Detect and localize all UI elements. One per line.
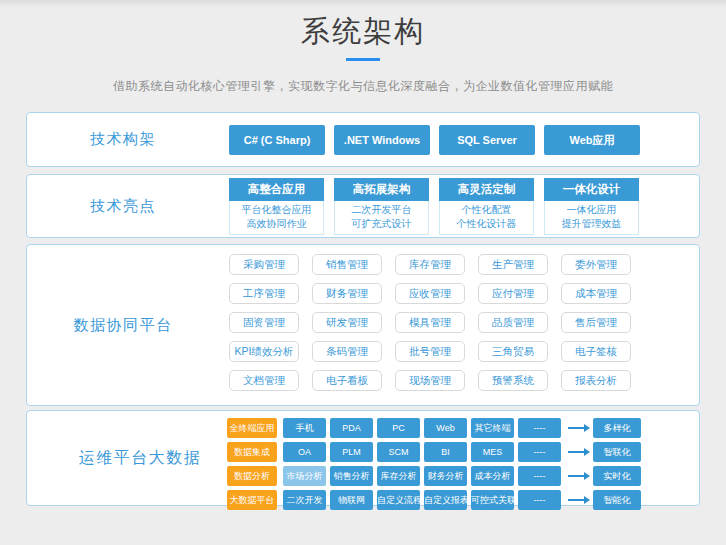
ops-item-chip: 成本分析 [471, 466, 514, 486]
ops-row: 大数据平台二次开发物联网自定义流程自定义报表可控式关联----智能化 [227, 490, 699, 510]
ops-category-label: 大数据平台 [227, 490, 277, 510]
module-chip: 预警系统 [478, 370, 548, 391]
ops-item-chip: OA [283, 442, 326, 462]
module-chip: 销售管理 [312, 254, 382, 275]
ops-item-chip: 物联网 [330, 490, 373, 510]
module-chip: 现场管理 [395, 370, 465, 391]
module-row: 采购管理销售管理库存管理生产管理委外管理 [229, 254, 699, 275]
ops-item-chip: 市场分析 [283, 466, 326, 486]
highlight-card: 高拓展架构二次开发平台可扩充式设计 [334, 178, 429, 235]
module-chip: 固资管理 [229, 312, 299, 333]
highlight-card: 高灵活定制个性化配置个性化设计器 [439, 178, 534, 235]
module-row: 固资管理研发管理模具管理品质管理售后管理 [229, 312, 699, 333]
ops-item-chip: SCM [377, 442, 420, 462]
tech-framework-label: 技术构架 [27, 113, 219, 166]
tech-highlights-cards: 高整合应用平台化整合应用高效协同作业高拓展架构二次开发平台可扩充式设计高灵活定制… [219, 175, 699, 237]
page-title: 系统架构 [0, 13, 726, 49]
module-chip: 电子看板 [312, 370, 382, 391]
highlight-card-line: 高效协同作业 [230, 217, 323, 231]
highlight-card-title: 高整合应用 [229, 178, 324, 201]
system-architecture-page: 系统架构 借助系统自动化核心管理引擎，实现数字化与信息化深度融合，为企业数值化管… [0, 0, 726, 545]
module-chip: 研发管理 [312, 312, 382, 333]
ops-row: 数据分析市场分析销售分析库存分析财务分析成本分析----实时化 [227, 466, 699, 486]
ops-item-chip: ---- [518, 466, 561, 486]
ops-row: 数据集成OAPLMSCMBIMES----智联化 [227, 442, 699, 462]
highlight-card-title: 一体化设计 [544, 178, 639, 201]
ops-item-chip: ---- [518, 418, 561, 438]
module-chip: 报表分析 [561, 370, 631, 391]
module-row: 文档管理电子看板现场管理预警系统报表分析 [229, 370, 699, 391]
page-header: 系统架构 借助系统自动化核心管理引擎，实现数字化与信息化深度融合，为企业数值化管… [0, 0, 726, 95]
sections-container: 技术构架 C# (C Sharp).NET WindowsSQL ServerW… [26, 112, 700, 506]
module-chip: 售后管理 [561, 312, 631, 333]
highlight-card-body: 一体化应用提升管理效益 [544, 201, 639, 235]
ops-item-chip: PC [377, 418, 420, 438]
highlight-card-body: 个性化配置个性化设计器 [439, 201, 534, 235]
ops-item-chip: 二次开发 [283, 490, 326, 510]
ops-item-chip: MES [471, 442, 514, 462]
section-tech-framework: 技术构架 C# (C Sharp).NET WindowsSQL ServerW… [26, 112, 700, 167]
tech-framework-items: C# (C Sharp).NET WindowsSQL ServerWeb应用 [219, 113, 699, 166]
module-chip: 库存管理 [395, 254, 465, 275]
highlight-card-line: 一体化应用 [545, 203, 638, 217]
ops-category-label: 全终端应用 [227, 418, 277, 438]
highlight-card: 高整合应用平台化整合应用高效协同作业 [229, 178, 324, 235]
arrow-right-icon [568, 499, 584, 501]
module-chip: 采购管理 [229, 254, 299, 275]
tech-framework-item: .NET Windows [334, 125, 430, 155]
module-chip: 模具管理 [395, 312, 465, 333]
module-row: KPI绩效分析条码管理批号管理三角贸易电子签核 [229, 341, 699, 362]
highlight-card-line: 可扩充式设计 [335, 217, 428, 231]
module-chip: 成本管理 [561, 283, 631, 304]
ops-result-chip: 智联化 [593, 442, 641, 462]
highlight-card-title: 高拓展架构 [334, 178, 429, 201]
ops-item-chip: 自定义报表 [424, 490, 467, 510]
module-chip: 委外管理 [561, 254, 631, 275]
page-subtitle: 借助系统自动化核心管理引擎，实现数字化与信息化深度融合，为企业数值化管理应用赋能 [0, 78, 726, 95]
module-chip: 财务管理 [312, 283, 382, 304]
arrow-right-icon [568, 451, 584, 453]
data-platform-label: 数据协同平台 [27, 245, 219, 405]
ops-item-chip: PDA [330, 418, 373, 438]
module-chip: 应收管理 [395, 283, 465, 304]
module-chip: 工序管理 [229, 283, 299, 304]
ops-platform-rows: 全终端应用手机PDAPCWeb其它终端----多样化数据集成OAPLMSCMBI… [219, 411, 699, 505]
ops-item-chip: 手机 [283, 418, 326, 438]
highlight-card-line: 二次开发平台 [335, 203, 428, 217]
module-chip: 条码管理 [312, 341, 382, 362]
ops-item-chip: 可控式关联 [471, 490, 514, 510]
ops-item-chip: BI [424, 442, 467, 462]
highlight-card-line: 个性化设计器 [440, 217, 533, 231]
ops-item-chip: 财务分析 [424, 466, 467, 486]
tech-framework-item: SQL Server [439, 125, 535, 155]
ops-result-chip: 智能化 [593, 490, 641, 510]
data-platform-grid: 采购管理销售管理库存管理生产管理委外管理工序管理财务管理应收管理应付管理成本管理… [219, 245, 699, 405]
ops-category-label: 数据分析 [227, 466, 277, 486]
ops-row: 全终端应用手机PDAPCWeb其它终端----多样化 [227, 418, 699, 438]
module-chip: 文档管理 [229, 370, 299, 391]
module-chip: 电子签核 [561, 341, 631, 362]
ops-result-chip: 实时化 [593, 466, 641, 486]
module-chip: KPI绩效分析 [229, 341, 299, 362]
ops-item-chip: 销售分析 [330, 466, 373, 486]
module-row: 工序管理财务管理应收管理应付管理成本管理 [229, 283, 699, 304]
module-chip: 批号管理 [395, 341, 465, 362]
highlight-card-body: 二次开发平台可扩充式设计 [334, 201, 429, 235]
highlight-card: 一体化设计一体化应用提升管理效益 [544, 178, 639, 235]
tech-highlights-label: 技术亮点 [27, 175, 219, 237]
highlight-card-line: 个性化配置 [440, 203, 533, 217]
highlight-card-line: 平台化整合应用 [230, 203, 323, 217]
ops-item-chip: 自定义流程 [377, 490, 420, 510]
ops-result-chip: 多样化 [593, 418, 641, 438]
tech-framework-item: Web应用 [544, 125, 640, 155]
ops-item-chip: ---- [518, 490, 561, 510]
highlight-card-line: 提升管理效益 [545, 217, 638, 231]
module-chip: 品质管理 [478, 312, 548, 333]
highlight-card-body: 平台化整合应用高效协同作业 [229, 201, 324, 235]
module-chip: 三角贸易 [478, 341, 548, 362]
ops-category-label: 数据集成 [227, 442, 277, 462]
ops-item-chip: 其它终端 [471, 418, 514, 438]
ops-platform-label: 运维平台大数据 [27, 411, 219, 505]
ops-item-chip: 库存分析 [377, 466, 420, 486]
ops-item-chip: ---- [518, 442, 561, 462]
